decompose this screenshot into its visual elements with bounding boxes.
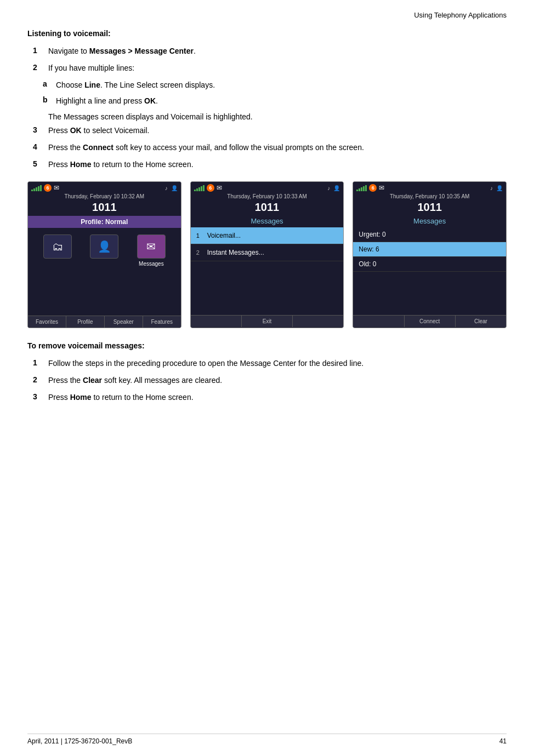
bar2 [196,188,198,191]
sub-steps: a Choose Line. The Line Select screen di… [43,79,507,107]
substep-b-label: b [43,95,56,104]
step-5-text: Press Home to return to the Home screen. [48,159,194,170]
status-left-3: 6 ✉ [356,184,384,192]
softkey-connect: Connect [405,316,456,327]
detail-new: New: 6 [353,242,506,257]
bar4 [38,186,39,191]
bar5 [40,185,42,191]
phone-screen-2: 6 ✉ ♪ 👤 Thursday, February 10 10:33 AM 1… [190,181,344,328]
substep-a: a Choose Line. The Line Select screen di… [43,79,507,91]
status-left-1: 6 ✉ [31,184,59,192]
signal-bars-3 [356,185,367,191]
status-left-2: 6 ✉ [194,184,222,192]
status-right-1: ♪ 👤 [165,185,178,191]
phone-screen-3: 6 ✉ ♪ 👤 Thursday, February 10 10:35 AM 1… [353,181,507,328]
phone-number-2: 1011 [191,200,344,216]
bar2 [33,188,35,191]
address-book-icon: 🗂 [52,240,63,253]
softkey-features: Features [143,316,181,328]
icon-box-a: 🗂 [43,234,72,259]
s2-step-3-num: 3 [33,392,48,401]
steps-list: 1 Navigate to Messages > Message Center.… [27,45,507,170]
detail-urgent: Urgent: 0 [353,227,506,242]
s2-step-2: 2 Press the Clear soft key. All messages… [27,375,507,386]
substep-a-text: Choose Line. The Line Select screen disp… [56,79,215,91]
step-5: 5 Press Home to return to the Home scree… [27,159,507,170]
status-bar-1: 6 ✉ ♪ 👤 [28,182,181,193]
softkey-speaker: Speaker [105,316,143,328]
substep-a-label: a [43,79,56,88]
phone-screen-1: 6 ✉ ♪ 👤 Thursday, February 10 10:32 AM 1… [27,181,181,328]
menu-instant-messages: 2 Instant Messages... [191,244,344,261]
messages-icon-box: ✉ [137,234,166,259]
page-header: Using Telephony Applications [27,11,507,19]
phone-content-3: Urgent: 0 New: 6 Old: 0 [353,227,506,315]
bar4 [363,186,365,191]
icon-item-messages: ✉ Messages [137,234,166,267]
bar5 [365,185,367,191]
music-icon-1: ♪ [165,185,168,191]
step-4: 4 Press the Connect soft key to access y… [27,142,507,153]
icon-item-b: 👤 [90,234,118,267]
profile-label-1: Profile: Normal [28,216,181,228]
s2-step-1-text: Follow the steps in the preceding proced… [48,358,363,369]
bar1 [194,190,196,191]
section2-heading: To remove voicemail messages: [27,341,507,350]
icon-item-a: 🗂 [43,234,72,267]
step-2-num: 2 [33,62,48,72]
s2-step-3: 3 Press Home to return to the Home scree… [27,392,507,403]
badge-2: 6 [207,184,214,192]
bar5 [203,185,204,191]
s2-step-2-text: Press the Clear soft key. All messages a… [48,375,222,386]
s2-step-1: 1 Follow the steps in the preceding proc… [27,358,507,369]
softkeys-bar-2: Exit [191,315,344,327]
envelope-icon-2: ✉ [217,184,222,192]
step-4-text: Press the Connect soft key to access you… [48,142,364,153]
step-2-text: If you have multiple lines: [48,62,134,74]
softkey-exit: Exit [242,316,293,327]
softkey-profile: Profile [66,316,105,328]
s2-step-3-text: Press Home to return to the Home screen. [48,392,194,403]
section1-heading: Listening to voicemail: [27,29,507,38]
phone-number-3: 1011 [353,200,506,216]
icons-grid-1: 🗂 👤 ✉ Messages [28,228,181,273]
step-5-num: 5 [33,159,48,168]
bar4 [201,186,202,191]
step-1-num: 1 [33,45,48,55]
step-2: 2 If you have multiple lines: [27,62,507,74]
phone-content-1: 🗂 👤 ✉ Messages [28,228,181,316]
bar3 [36,187,37,191]
softkey-empty-left [191,316,242,327]
status-right-2: ♪ 👤 [327,185,340,191]
person-icon-1: 👤 [171,185,178,191]
screen-title-2: Messages [191,216,344,227]
menu-num-1: 1 [196,232,204,239]
envelope-icon-1: ✉ [54,184,59,192]
status-right-3: ♪ 👤 [490,185,503,191]
signal-bars-1 [31,185,42,191]
screenshots-row: 6 ✉ ♪ 👤 Thursday, February 10 10:32 AM 1… [27,181,507,328]
signal-bars-2 [194,185,204,191]
envelope-icon-3: ✉ [379,184,384,192]
messages-label: Messages [139,261,164,267]
s2-step-1-num: 1 [33,358,48,367]
step-3: 3 Press OK to select Voicemail. [27,125,507,136]
status-bar-2: 6 ✉ ♪ 👤 [191,182,344,193]
badge-1: 6 [44,184,52,192]
phone-number-1: 1011 [28,200,181,216]
s2-step-2-num: 2 [33,375,48,384]
step-3-text: Press OK to select Voicemail. [48,125,149,136]
menu-label-voicemail: Voicemail... [207,232,241,239]
badge-3: 6 [369,184,377,192]
bar3 [198,187,200,191]
softkeys-bar-3: Connect Clear [353,315,506,327]
status-bar-3: 6 ✉ ♪ 👤 [353,182,506,193]
softkey-clear: Clear [456,316,506,327]
person-icon-3: 👤 [496,185,503,191]
menu-voicemail: 1 Voicemail... [191,227,344,244]
person-icon-2: 👤 [333,185,340,191]
bar3 [361,187,362,191]
datetime-3: Thursday, February 10 10:35 AM [353,193,506,200]
bar1 [31,190,33,191]
note-text: The Messages screen displays and Voicema… [48,111,507,123]
